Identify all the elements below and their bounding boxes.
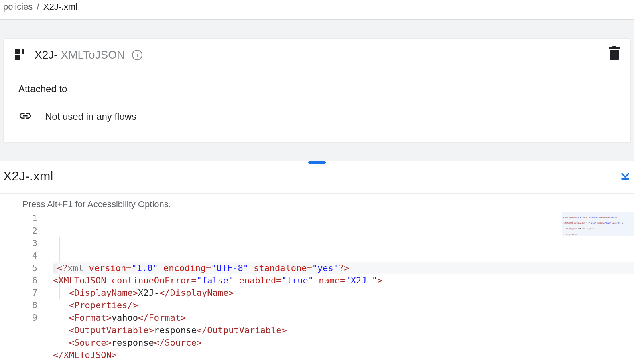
line-number: 1: [0, 212, 37, 224]
policy-card: X2J- XMLToJSON Attached to Not used in a…: [4, 39, 630, 142]
line-number: 5: [0, 262, 37, 274]
code-line[interactable]: <DisplayName>X2J-</DisplayName>: [53, 287, 634, 299]
info-icon[interactable]: [132, 50, 142, 60]
code-line[interactable]: <Source>response</Source>: [53, 336, 634, 349]
policy-header: X2J- XMLToJSON: [4, 39, 630, 71]
code-line[interactable]: <Properties/>: [53, 299, 634, 311]
policy-type-icon: [15, 49, 27, 61]
code-editor[interactable]: 123456789 <?xml version="1.0" encoding="…: [0, 212, 634, 364]
attached-to-label: Attached to: [18, 83, 616, 95]
attached-status-row: Not used in any flows: [18, 109, 616, 124]
minimap[interactable]: <?xml version="1.0" encoding="UTF-8" sta…: [562, 212, 634, 236]
resize-handle[interactable]: [0, 161, 634, 164]
line-number: 7: [0, 287, 37, 299]
breadcrumb-parent[interactable]: policies: [3, 2, 33, 12]
breadcrumb-current: X2J-.xml: [43, 2, 78, 12]
code-line[interactable]: <XMLToJSON continueOnError="false" enabl…: [53, 274, 634, 287]
line-number: 3: [0, 237, 37, 249]
line-gutter: 123456789: [0, 212, 43, 364]
line-number: 2: [0, 224, 37, 237]
line-number: 8: [0, 299, 37, 311]
code-line[interactable]: <OutputVariable>response</OutputVariable…: [53, 324, 634, 336]
line-number: 9: [0, 311, 37, 324]
accessibility-hint: Press Alt+F1 for Accessibility Options.: [0, 194, 634, 212]
file-header: X2J-.xml: [0, 164, 634, 194]
collapse-icon[interactable]: [620, 170, 631, 182]
text-cursor: [53, 264, 57, 273]
line-number: 6: [0, 274, 37, 287]
breadcrumb: policies / X2J-.xml: [0, 0, 634, 20]
delete-icon[interactable]: [610, 50, 619, 60]
link-icon: [18, 109, 32, 124]
attached-status-text: Not used in any flows: [45, 111, 136, 122]
code-line[interactable]: <?xml version="1.0" encoding="UTF-8" sta…: [53, 262, 634, 274]
policy-name: X2J-: [35, 49, 58, 61]
code-line[interactable]: <Format>yahoo</Format>: [53, 311, 634, 324]
policy-type: XMLToJSON: [61, 49, 125, 61]
code-area[interactable]: <?xml version="1.0" encoding="UTF-8" sta…: [43, 212, 634, 364]
breadcrumb-separator: /: [37, 2, 39, 12]
file-title: X2J-.xml: [3, 169, 53, 184]
code-line[interactable]: </XMLToJSON>: [53, 349, 634, 361]
line-number: 4: [0, 249, 37, 262]
code-line[interactable]: [53, 361, 634, 364]
